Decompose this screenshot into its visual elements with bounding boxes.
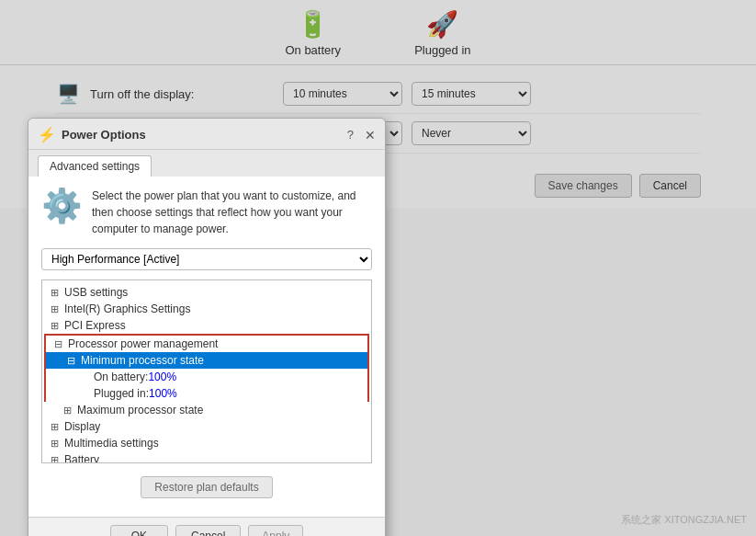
dialog-titlebar: ⚡ Power Options ? ✕	[28, 119, 385, 150]
restore-button[interactable]: Restore plan defaults	[141, 476, 272, 498]
tree-item-processor-mgmt[interactable]: ⊟ Processor power management	[46, 336, 367, 352]
dialog-cancel-button[interactable]: Cancel	[175, 525, 241, 536]
background-page: 🔋 On battery 🚀 Plugged in 🖥️ Turn off th…	[0, 0, 756, 536]
usb-expand-icon: ⊞	[48, 287, 61, 299]
battery-spacer	[77, 371, 90, 382]
proc-collapse-icon: ⊟	[51, 338, 64, 350]
restore-row: Restore plan defaults	[41, 473, 372, 506]
dialog-intro-text: Select the power plan that you want to c…	[92, 188, 372, 237]
tree-container[interactable]: ⊞ USB settings ⊞ Intel(R) Graphics Setti…	[41, 279, 372, 463]
pci-expand-icon: ⊞	[48, 320, 61, 332]
power-options-dialog: ⚡ Power Options ? ✕ Advanced settings ⚙️…	[28, 118, 386, 536]
battery-expand-icon: ⊞	[48, 454, 61, 464]
tab-advanced-settings[interactable]: Advanced settings	[38, 155, 152, 177]
multimedia-expand-icon: ⊞	[48, 438, 61, 450]
on-battery-value: 100%	[148, 371, 176, 383]
tree-item-graphics[interactable]: ⊞ Intel(R) Graphics Settings	[42, 301, 371, 317]
tree-item-max-processor[interactable]: ⊞ Maximum processor state	[42, 402, 371, 418]
on-battery-label: On battery:	[94, 371, 148, 383]
dialog-title-right: ? ✕	[347, 128, 376, 142]
dialog-intro: ⚙️ Select the power plan that you want t…	[41, 188, 372, 237]
display-expand-icon: ⊞	[48, 421, 61, 433]
ok-button[interactable]: OK	[110, 525, 168, 536]
apply-button[interactable]: Apply	[248, 525, 303, 536]
proc-mgmt-label: Processor power management	[68, 337, 218, 350]
dialog-footer: OK Cancel Apply	[28, 517, 385, 536]
pluggedin-spacer	[77, 388, 90, 399]
tree-item-display[interactable]: ⊞ Display	[42, 418, 371, 435]
tree-item-min-processor[interactable]: ⊟ Minimum processor state	[46, 352, 367, 369]
dialog-title-icon: ⚡	[38, 126, 56, 143]
dialog-close-button[interactable]: ✕	[365, 129, 376, 142]
pci-label: PCI Express	[64, 319, 126, 332]
multimedia-label: Multimedia settings	[64, 437, 159, 450]
tree-item-multimedia[interactable]: ⊞ Multimedia settings	[42, 435, 371, 451]
max-proc-label: Maximum processor state	[77, 404, 203, 416]
pluggedin-tree-value: 100%	[149, 387, 177, 400]
tree-item-pluggedin[interactable]: Plugged in: 100%	[46, 385, 367, 402]
tree-item-battery[interactable]: ⊞ Battery	[42, 451, 371, 463]
dialog-body: ⚙️ Select the power plan that you want t…	[28, 177, 385, 517]
usb-label: USB settings	[64, 286, 128, 299]
display-tree-label: Display	[64, 420, 100, 433]
dialog-title-text: Power Options	[62, 128, 146, 142]
dialog-title-left: ⚡ Power Options	[38, 126, 146, 143]
battery-tree-label: Battery	[64, 453, 99, 463]
pluggedin-tree-label: Plugged in:	[94, 387, 149, 400]
max-proc-expand-icon: ⊞	[61, 405, 73, 416]
plan-select[interactable]: High Performance [Active] Balanced Power…	[41, 248, 372, 270]
dialog-tabs: Advanced settings	[28, 150, 385, 177]
graphics-expand-icon: ⊞	[48, 303, 61, 315]
tree-item-on-battery[interactable]: On battery: 100%	[46, 369, 367, 385]
dialog-help-button[interactable]: ?	[347, 128, 354, 142]
min-proc-label: Minimum processor state	[81, 354, 204, 367]
dialog-intro-icon: ⚙️	[41, 189, 83, 222]
min-proc-collapse-icon: ⊟	[64, 355, 77, 367]
graphics-label: Intel(R) Graphics Settings	[64, 302, 190, 315]
tree-item-usb[interactable]: ⊞ USB settings	[42, 284, 371, 301]
plan-row: High Performance [Active] Balanced Power…	[41, 248, 372, 270]
tree-item-pci[interactable]: ⊞ PCI Express	[42, 317, 371, 334]
